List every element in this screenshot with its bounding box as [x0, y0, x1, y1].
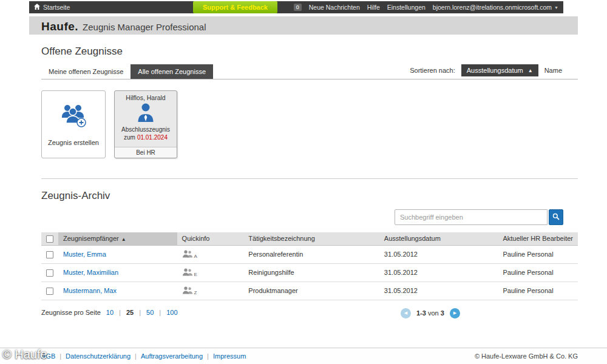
separator: |: [139, 309, 141, 316]
job-title-cell: Personalreferentin: [243, 245, 379, 263]
table-row: Mustermann, Max Z Produktmanager 31.05.2…: [41, 281, 578, 300]
table-row: Muster, Maximilian E Reinigungshilfe 31.…: [41, 263, 578, 281]
tab-meine-offenen-zeugnisse[interactable]: Meine offenen Zeugnisse: [41, 64, 131, 79]
search-icon: [552, 213, 560, 222]
row-checkbox[interactable]: [46, 288, 53, 295]
footer-link-auftragsverarbeitung[interactable]: Auftragsverarbeitung: [141, 352, 203, 360]
footer-link-impressum[interactable]: Impressum: [213, 352, 246, 360]
tabs-row: Meine offenen Zeugnisse Alle offenen Zeu…: [41, 64, 578, 79]
messages-link[interactable]: Neue Nachrichten: [309, 4, 360, 11]
zeugnis-type-line: Abschlusszeugnis: [121, 126, 170, 133]
table-row: Muster, Emma A Personalreferentin 31.05.…: [41, 245, 578, 263]
person-icon: [137, 103, 155, 124]
per-page-option-10[interactable]: 10: [106, 309, 114, 316]
separator: |: [207, 352, 209, 360]
create-zeugnis-label: Zeugnis erstellen: [48, 139, 99, 146]
hr-editor-cell: Pauline Personal: [498, 245, 578, 263]
table-header-row: Zeugnisempfänger▲ Quickinfo Tätigkeitsbe…: [41, 232, 578, 245]
home-icon: [34, 4, 40, 11]
tab-alle-offenen-zeugnisse[interactable]: Alle offenen Zeugnisse: [131, 64, 213, 79]
per-page-option-50[interactable]: 50: [146, 309, 154, 316]
sort-ausstellungsdatum-button[interactable]: Ausstellungsdatum ▲: [461, 64, 538, 76]
card-zeugnis-type: Abschlusszeugnis zum01.01.2024: [121, 126, 170, 141]
pagination-of-label: von: [428, 309, 439, 317]
issue-date-cell: 31.05.2012: [379, 281, 498, 300]
zeugnis-date-prefix: zum: [124, 134, 135, 141]
quickinfo-people-icon[interactable]: Z: [182, 286, 197, 294]
card-status-badge: Bei HR: [115, 147, 177, 158]
separator: |: [119, 309, 121, 316]
help-link[interactable]: Hilfe: [367, 4, 380, 11]
per-page-option-100[interactable]: 100: [166, 309, 177, 316]
brand-bar: Haufe. Zeugnis Manager Professional: [29, 16, 578, 35]
sort-group: Sortieren nach: Ausstellungsdatum ▲ Name: [410, 64, 562, 79]
separator: |: [59, 352, 61, 360]
open-zeugnisse-heading: Offene Zeugnisse: [41, 46, 578, 58]
support-feedback-button[interactable]: Support & Feedback: [193, 1, 277, 13]
messages-count-badge: 0: [294, 4, 302, 11]
column-header-hr-bearbeiter[interactable]: Aktueller HR Bearbeiter: [498, 232, 578, 245]
pagination-next-button[interactable]: ▶: [450, 308, 460, 318]
settings-link[interactable]: Einstellungen: [387, 4, 426, 11]
sort-button-label: Ausstellungsdatum: [467, 67, 523, 74]
home-link[interactable]: Startseite: [34, 4, 70, 11]
column-header-taetigkeit[interactable]: Tätigkeitsbezeichnung: [243, 232, 379, 245]
footer-link-datenschutz[interactable]: Datenschutzerklärung: [66, 352, 131, 360]
chevron-right-icon: ▶: [453, 311, 456, 315]
chevron-down-icon: ▼: [554, 5, 558, 10]
issue-date-cell: 31.05.2012: [379, 245, 498, 263]
separator: |: [159, 309, 161, 316]
select-all-checkbox[interactable]: [46, 235, 53, 243]
zeugnis-date: 01.01.2024: [137, 134, 168, 141]
job-title-cell: Reinigungshilfe: [243, 263, 379, 281]
row-checkbox[interactable]: [46, 251, 53, 258]
column-header-ausstellungsdatum[interactable]: Ausstellungsdatum: [379, 232, 498, 245]
zeugnis-archiv-heading: Zeugnis-Archiv: [41, 190, 578, 202]
recipient-link[interactable]: Muster, Emma: [63, 251, 106, 258]
topbar-right: 0 Neue Nachrichten Hilfe Einstellungen b…: [294, 4, 558, 11]
footer-link-agb[interactable]: AGB: [41, 352, 55, 360]
recipient-link[interactable]: Mustermann, Max: [63, 287, 117, 294]
open-zeugnisse-cards: Zeugnis erstellen Hilflos, Harald Abschl…: [41, 90, 578, 158]
archive-table: Zeugnisempfänger▲ Quickinfo Tätigkeitsbe…: [41, 232, 578, 300]
hr-editor-cell: Pauline Personal: [498, 281, 578, 300]
quickinfo-letter: E: [194, 272, 197, 277]
job-title-cell: Produktmanager: [243, 281, 379, 300]
column-header-zeugnisempfaenger[interactable]: Zeugnisempfänger▲: [58, 232, 177, 245]
chevron-left-icon: ◀: [404, 311, 407, 315]
search-row: [41, 209, 563, 225]
quickinfo-letter: A: [194, 254, 197, 259]
quickinfo-people-icon[interactable]: A: [182, 250, 197, 258]
issue-date-cell: 31.05.2012: [379, 263, 498, 281]
column-header-quickinfo[interactable]: Quickinfo: [177, 232, 244, 245]
search-input[interactable]: [395, 209, 548, 225]
pagination-total: 3: [441, 309, 444, 317]
section-divider: [41, 178, 578, 179]
user-email: bjoern.lorenz@itrelations.onmicrosoft.co…: [433, 4, 552, 11]
haufe-logo: Haufe.: [41, 20, 78, 33]
copyright-text: © Haufe-Lexware GmbH & Co. KG: [475, 352, 578, 360]
hr-editor-cell: Pauline Personal: [498, 263, 578, 281]
recipient-link[interactable]: Muster, Maximilian: [63, 269, 118, 276]
pagination-info: 1-3 von 3: [416, 309, 444, 317]
pagination-prev-button[interactable]: ◀: [401, 308, 411, 318]
group-add-icon: [59, 103, 87, 130]
top-bar: Startseite Support & Feedback 0 Neue Nac…: [29, 1, 563, 13]
search-button[interactable]: [549, 209, 563, 225]
row-checkbox[interactable]: [46, 269, 53, 277]
pagination: ◀ 1-3 von 3 ▶: [401, 308, 460, 318]
main-content: Offene Zeugnisse Meine offenen Zeugnisse…: [29, 35, 578, 322]
sort-asc-icon: ▲: [121, 237, 126, 242]
column-label: Zeugnisempfänger: [63, 235, 119, 242]
home-label: Startseite: [43, 4, 70, 11]
quickinfo-people-icon[interactable]: E: [182, 268, 197, 276]
quickinfo-letter: Z: [194, 290, 197, 295]
sort-name-option[interactable]: Name: [544, 67, 562, 74]
create-zeugnis-card[interactable]: Zeugnis erstellen: [41, 90, 106, 158]
per-page-option-25-selected[interactable]: 25: [126, 309, 134, 316]
per-page-control: Zeugnisse pro Seite 10 | 25 | 50 | 100: [41, 309, 578, 316]
pagination-range: 1-3: [416, 309, 426, 317]
open-zeugnis-card[interactable]: Hilflos, Harald Abschlusszeugnis zum01.0…: [114, 90, 177, 158]
user-menu[interactable]: bjoern.lorenz@itrelations.onmicrosoft.co…: [433, 4, 558, 11]
sort-asc-icon: ▲: [528, 68, 533, 73]
